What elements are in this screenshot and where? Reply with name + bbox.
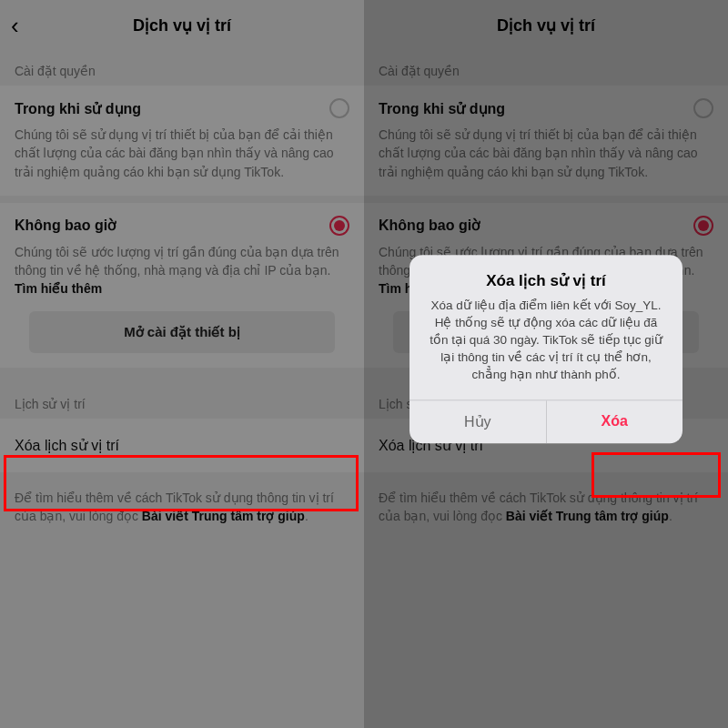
back-icon[interactable]: ‹	[11, 14, 19, 37]
delete-button[interactable]: Xóa	[546, 401, 683, 444]
option-while-using[interactable]: Trong khi sử dụng Chúng tôi sẽ sử dụng v…	[0, 86, 364, 196]
section-label-permissions: Cài đặt quyền	[364, 51, 728, 86]
radio-selected-icon[interactable]	[329, 216, 349, 236]
option-desc: Chúng tôi sẽ ước lượng vị trí gần đúng c…	[15, 243, 349, 298]
help-center-link[interactable]: Bài viết Trung tâm trợ giúp	[142, 509, 305, 523]
header: ‹ Dịch vụ vị trí	[0, 0, 364, 51]
screen-location-services: ‹ Dịch vụ vị trí Cài đặt quyền Trong khi…	[0, 0, 364, 728]
option-desc: Chúng tôi sẽ sử dụng vị trí thiết bị của…	[15, 126, 349, 181]
help-center-link[interactable]: Bài viết Trung tâm trợ giúp	[506, 509, 669, 523]
option-title: Trong khi sử dụng	[379, 100, 505, 117]
section-label-permissions: Cài đặt quyền	[0, 51, 364, 86]
page-title: Dịch vụ vị trí	[497, 15, 595, 35]
option-title: Trong khi sử dụng	[15, 100, 141, 117]
open-device-settings-button[interactable]: Mở cài đặt thiết bị	[29, 311, 335, 353]
header: Dịch vụ vị trí	[364, 0, 728, 51]
dialog-title: Xóa lịch sử vị trí	[410, 255, 682, 298]
cancel-button[interactable]: Hủy	[410, 401, 546, 444]
option-never[interactable]: Không bao giờ Chúng tôi sẽ ước lượng vị …	[0, 203, 364, 368]
radio-unselected-icon[interactable]	[693, 98, 713, 118]
footer-note: Để tìm hiểu thêm về cách TikTok sử dụng …	[364, 472, 728, 542]
dialog-body: Xóa dữ liệu địa điểm liên kết với Soy_YL…	[410, 298, 682, 399]
section-label-history: Lịch sử vị trí	[0, 384, 364, 419]
dialog-actions: Hủy Xóa	[410, 400, 682, 444]
radio-selected-icon[interactable]	[693, 216, 713, 236]
clear-location-history-row[interactable]: Xóa lịch sử vị trí	[0, 419, 364, 472]
learn-more-link[interactable]: Tìm hiểu thêm	[15, 281, 102, 296]
option-while-using[interactable]: Trong khi sử dụng Chúng tôi sẽ sử dụng v…	[364, 86, 728, 196]
page-title: Dịch vụ vị trí	[133, 15, 231, 35]
radio-unselected-icon[interactable]	[329, 98, 349, 118]
option-title: Không bao giờ	[15, 217, 116, 234]
confirm-dialog: Xóa lịch sử vị trí Xóa dữ liệu địa điểm …	[410, 255, 682, 443]
option-title: Không bao giờ	[379, 217, 480, 234]
footer-note: Để tìm hiểu thêm về cách TikTok sử dụng …	[0, 472, 364, 542]
option-desc: Chúng tôi sẽ sử dụng vị trí thiết bị của…	[379, 126, 713, 181]
screen-location-services-dialog: Dịch vụ vị trí Cài đặt quyền Trong khi s…	[364, 0, 728, 728]
